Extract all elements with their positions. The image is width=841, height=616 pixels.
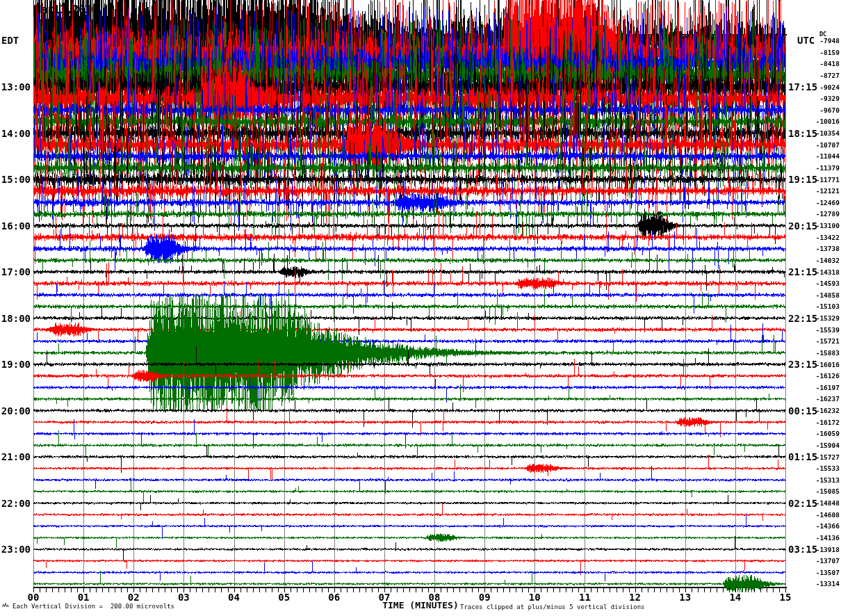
dc-offset-value: -7948 [805, 37, 840, 44]
edt-hour-label: 13:00 [0, 81, 31, 92]
dc-offset-value: -13100 [805, 222, 840, 229]
dc-offset-value: -16237 [805, 395, 840, 403]
dc-offset-value: -15533 [805, 464, 840, 472]
seismogram-canvas [0, 0, 841, 616]
dc-offset-value: -9670 [805, 106, 840, 114]
dc-offset-value: -15085 [805, 487, 840, 495]
dc-offset-value: -15721 [805, 337, 840, 345]
edt-hour-label: 18:00 [0, 313, 31, 324]
dc-offset-value: -14858 [805, 291, 840, 299]
dc-offset-value: -10707 [805, 141, 840, 149]
dc-offset-value: -15727 [805, 453, 840, 461]
edt-hour-label: 20:00 [0, 405, 31, 416]
dc-offset-value: -13738 [805, 245, 840, 252]
dc-offset-value: -16016 [805, 361, 840, 368]
dc-offset-value: -14593 [805, 279, 840, 287]
mini-waveform-mark [2, 602, 10, 608]
dc-offset-value: -13314 [805, 580, 840, 587]
dc-offset-value: -14848 [805, 499, 840, 507]
minute-label: 01 [73, 592, 94, 603]
minute-label: 03 [173, 592, 194, 603]
dc-offset-value: -16172 [805, 419, 840, 426]
dc-offset-value: -10354 [805, 129, 840, 137]
dc-offset-value: -11044 [805, 152, 840, 160]
footnote-clipping: Traces clipped at plus/minus 5 vertical … [460, 603, 645, 610]
dc-offset-value: -15313 [805, 476, 840, 484]
edt-hour-label: 15:00 [0, 174, 31, 185]
dc-offset-value: -9024 [805, 83, 840, 91]
minute-label: 04 [224, 592, 245, 603]
minute-label: 14 [725, 592, 746, 603]
edt-hour-label: 14:00 [0, 128, 31, 139]
dc-offset-value: -12789 [805, 210, 840, 218]
dc-offset-value: -14032 [805, 257, 840, 264]
dc-offset-value: -13707 [805, 557, 840, 565]
minute-label: 13 [675, 592, 696, 603]
dc-offset-value: -13918 [805, 546, 840, 553]
edt-hour-label: 17:00 [0, 266, 31, 277]
dc-offset-value: -16232 [805, 407, 840, 414]
dc-offset-value: -14136 [805, 534, 840, 542]
edt-hour-label: 19:00 [0, 359, 31, 370]
footnote-vertical-division: Each Vertical Division = 200.00 microvol… [13, 603, 174, 610]
edt-hour-label: 21:00 [0, 451, 31, 462]
minute-label: 02 [123, 592, 144, 603]
edt-hour-label: 22:00 [0, 498, 31, 509]
dc-offset-value: -9329 [805, 95, 840, 102]
minute-label: 06 [324, 592, 345, 603]
dc-offset-value: -15883 [805, 349, 840, 357]
dc-offset-value: -12469 [805, 199, 840, 206]
dc-offset-value: -16197 [805, 384, 840, 391]
dc-offset-value: -15904 [805, 441, 840, 449]
dc-offset-value: -15103 [805, 302, 840, 310]
minute-label: 10 [524, 592, 545, 603]
minute-label: 05 [274, 592, 295, 603]
dc-offset-value: -13422 [805, 234, 840, 241]
dc-offset-value: -16059 [805, 430, 840, 437]
dc-offset-value: -10016 [805, 117, 840, 125]
dc-offset-value: -8727 [805, 72, 840, 79]
dc-offset-value: -13507 [805, 569, 840, 576]
minute-label: 11 [574, 592, 595, 603]
dc-offset-value: -14608 [805, 511, 840, 519]
dc-offset-value: -15539 [805, 326, 840, 334]
dc-offset-value: -15329 [805, 314, 840, 322]
dc-offset-value: -11771 [805, 176, 840, 184]
dc-offset-value: -12121 [805, 187, 840, 195]
edt-hour-label: 23:00 [0, 544, 31, 555]
dc-offset-value: -14366 [805, 522, 840, 530]
dc-offset-value: -8418 [805, 60, 840, 67]
edt-hour-label: 16:00 [0, 220, 31, 232]
dc-offset-value: -11379 [805, 164, 840, 172]
dc-offset-value: -14318 [805, 268, 840, 276]
dc-offset-value: -8159 [805, 49, 840, 56]
minute-label: 00 [23, 592, 44, 603]
timezone-left-label: EDT [1, 35, 19, 46]
helicorder-page: Mar13,2026 HNZ EDT UTC DC 13:0014:0015:0… [0, 0, 841, 616]
minute-label: 12 [625, 592, 646, 603]
minute-label: 15 [775, 592, 796, 603]
dc-offset-value: -16126 [805, 372, 840, 380]
